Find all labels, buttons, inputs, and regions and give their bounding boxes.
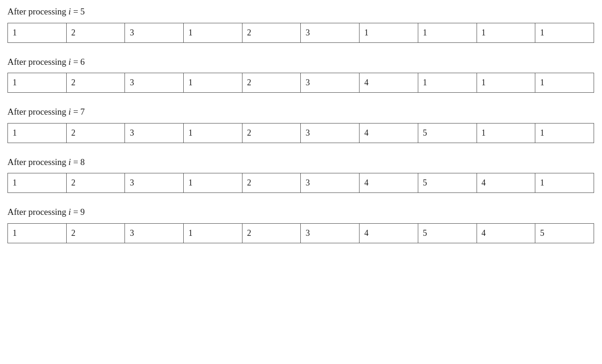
cell-i6-0: 1 bbox=[8, 73, 67, 93]
cell-i8-0: 1 bbox=[8, 173, 67, 193]
cell-i6-8: 1 bbox=[477, 73, 535, 93]
cell-i9-6: 4 bbox=[360, 223, 418, 243]
cell-i5-7: 1 bbox=[418, 23, 477, 42]
section-i5: After processing i = 51231231111 bbox=[7, 6, 595, 43]
cell-i9-2: 3 bbox=[125, 223, 184, 243]
cell-i6-4: 2 bbox=[242, 73, 301, 93]
cell-i9-9: 5 bbox=[535, 223, 594, 243]
cell-i6-6: 4 bbox=[360, 73, 418, 93]
italic-i: i bbox=[69, 207, 71, 217]
cell-i5-4: 2 bbox=[242, 23, 301, 42]
title-i5: After processing i = 5 bbox=[7, 6, 595, 18]
title-i7: After processing i = 7 bbox=[7, 106, 595, 118]
title-i8: After processing i = 8 bbox=[7, 156, 595, 169]
cell-i9-1: 2 bbox=[66, 223, 125, 243]
table-row: 1231234511 bbox=[8, 123, 594, 143]
cell-i5-9: 1 bbox=[535, 23, 594, 42]
italic-i: i bbox=[69, 57, 71, 67]
italic-i: i bbox=[69, 157, 71, 167]
cell-i6-2: 3 bbox=[125, 73, 184, 93]
table-row: 1231231111 bbox=[8, 23, 594, 42]
array-table-i7: 1231234511 bbox=[7, 123, 594, 143]
cell-i9-4: 2 bbox=[242, 223, 301, 243]
title-i6: After processing i = 6 bbox=[7, 56, 595, 69]
cell-i8-4: 2 bbox=[242, 173, 301, 193]
cell-i7-8: 1 bbox=[477, 123, 535, 143]
cell-i7-6: 4 bbox=[360, 123, 418, 143]
cell-i5-5: 3 bbox=[301, 23, 360, 42]
cell-i7-3: 1 bbox=[184, 123, 242, 143]
cell-i5-8: 1 bbox=[477, 23, 535, 42]
cell-i8-3: 1 bbox=[184, 173, 242, 193]
array-table-i5: 1231231111 bbox=[7, 23, 594, 43]
italic-i: i bbox=[69, 107, 71, 117]
cell-i6-9: 1 bbox=[535, 73, 594, 93]
italic-i: i bbox=[69, 7, 71, 16]
cell-i5-1: 2 bbox=[66, 23, 125, 42]
cell-i9-0: 1 bbox=[8, 223, 67, 243]
cell-i7-1: 2 bbox=[66, 123, 125, 143]
cell-i6-3: 1 bbox=[184, 73, 242, 93]
section-i8: After processing i = 81231234541 bbox=[7, 156, 595, 193]
cell-i8-2: 3 bbox=[125, 173, 184, 193]
cell-i5-0: 1 bbox=[8, 23, 67, 42]
cell-i7-4: 2 bbox=[242, 123, 301, 143]
cell-i5-6: 1 bbox=[360, 23, 418, 42]
cell-i6-7: 1 bbox=[418, 73, 477, 93]
cell-i7-7: 5 bbox=[418, 123, 477, 143]
cell-i6-1: 2 bbox=[66, 73, 125, 93]
cell-i8-6: 4 bbox=[360, 173, 418, 193]
table-row: 1231234545 bbox=[8, 223, 594, 243]
cell-i7-0: 1 bbox=[8, 123, 67, 143]
cell-i9-3: 1 bbox=[184, 223, 242, 243]
table-row: 1231234541 bbox=[8, 173, 594, 193]
array-table-i8: 1231234541 bbox=[7, 173, 594, 193]
cell-i5-3: 1 bbox=[184, 23, 242, 42]
cell-i9-5: 3 bbox=[301, 223, 360, 243]
section-i9: After processing i = 91231234545 bbox=[7, 206, 595, 243]
cell-i8-5: 3 bbox=[301, 173, 360, 193]
array-table-i9: 1231234545 bbox=[7, 223, 594, 243]
section-i6: After processing i = 61231234111 bbox=[7, 56, 595, 93]
cell-i8-7: 5 bbox=[418, 173, 477, 193]
cell-i8-8: 4 bbox=[477, 173, 535, 193]
cell-i7-5: 3 bbox=[301, 123, 360, 143]
cell-i7-9: 1 bbox=[535, 123, 594, 143]
cell-i7-2: 3 bbox=[125, 123, 184, 143]
cell-i9-7: 5 bbox=[418, 223, 477, 243]
cell-i6-5: 3 bbox=[301, 73, 360, 93]
cell-i5-2: 3 bbox=[125, 23, 184, 42]
table-row: 1231234111 bbox=[8, 73, 594, 93]
section-i7: After processing i = 71231234511 bbox=[7, 106, 595, 143]
array-table-i6: 1231234111 bbox=[7, 73, 594, 93]
title-i9: After processing i = 9 bbox=[7, 206, 595, 219]
cell-i8-1: 2 bbox=[66, 173, 125, 193]
cell-i9-8: 4 bbox=[477, 223, 535, 243]
cell-i8-9: 1 bbox=[535, 173, 594, 193]
